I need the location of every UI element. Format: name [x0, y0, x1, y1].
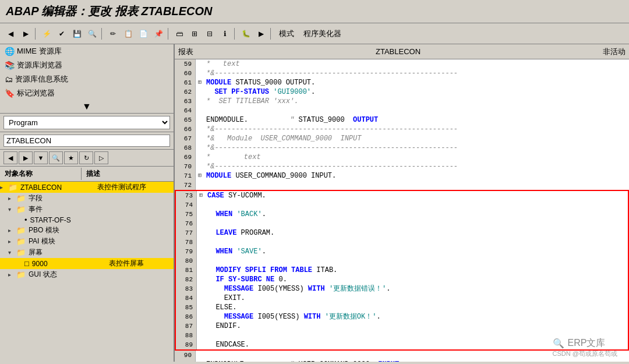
line-number: 89 [176, 340, 197, 349]
left-panel: 🌐 MIME 资源库 📚 资源库浏览器 🗂 资源库信息系统 🔖 标记浏览器 ▼ … [0, 44, 175, 362]
folder-icon: • [24, 215, 27, 224]
line-number: 77 [176, 228, 197, 238]
paste-button[interactable]: 📌 [151, 27, 165, 41]
nav-item-mime[interactable]: 🌐 MIME 资源库 [0, 44, 174, 58]
expand-icon: ▾ [8, 206, 16, 213]
title-bar: ABAP 编辑器：更改 报表 ZTABLECON [0, 0, 629, 23]
program-dropdown[interactable]: Program [3, 116, 170, 129]
tree-item[interactable]: ▸ 📁 GUI 状态 [0, 269, 174, 280]
tree-col-name-header: 对象名称 [0, 168, 82, 180]
tree-item[interactable]: ▸ 📁 ZTABLECON 表控件测试程序 [0, 182, 174, 193]
clipboard-button[interactable]: 📋 [121, 27, 135, 41]
line-content: MESSAGE I005(YMESS) WITH '更新数据错误！'. [205, 284, 628, 294]
nav-search-btn[interactable]: 🔍 [49, 151, 63, 164]
expand-icon: ▸ [8, 227, 16, 234]
forward-button[interactable]: ▶ [19, 27, 33, 41]
line-content: ENDIF. [205, 321, 628, 331]
back-button[interactable]: ◀ [3, 27, 17, 41]
expand-icon: ▾ [8, 249, 16, 256]
tree-item[interactable]: ▾ 📁 事件 [0, 204, 174, 215]
nav-more-btn[interactable]: ▷ [94, 151, 108, 164]
line-content: WHEN 'SAVE'. [205, 247, 628, 256]
nav-filter-btn[interactable]: ▼ [34, 151, 48, 164]
code-line: 69 * text [175, 153, 629, 162]
sep3 [168, 28, 170, 40]
nav-label-library: 资源库浏览器 [17, 60, 62, 70]
line-content: EXIT. [205, 294, 628, 303]
line-content: MODIFY SPFLI FROM TABLE ITAB. [205, 266, 628, 275]
layout-button[interactable]: ⊞ [188, 27, 202, 41]
activate-button[interactable]: ⚡ [40, 27, 54, 41]
nav-refresh-btn[interactable]: ↻ [79, 151, 93, 164]
toolbar: ◀ ▶ ⚡ ✔ 💾 🔍 ✏ 📋 📄 📌 🗃 ⊞ ⊟ ℹ 🐛 ▶ 模式 程序美化器 [0, 23, 629, 44]
line-number: 87 [176, 321, 197, 331]
nav-forward-btn[interactable]: ▶ [19, 151, 33, 164]
line-number: 67 [175, 134, 196, 143]
debug-button[interactable]: 🐛 [239, 27, 253, 41]
line-content: MESSAGE I005(YESS) WITH '更新数据OK！'. [205, 312, 628, 321]
code-line: 64 [175, 106, 629, 115]
line-content: ENDMODULE. " USER_COMMAND_9000 INPUT [204, 360, 629, 362]
save-button[interactable]: 💾 [70, 27, 84, 41]
sep1 [35, 28, 37, 40]
library-icon: 📚 [5, 61, 15, 70]
line-number: 73 [176, 191, 197, 200]
tree-item[interactable]: ▾ 📁 屏幕 [0, 247, 174, 258]
code-editor[interactable]: 59 * text 60 *&-------------------------… [175, 59, 629, 362]
nav-item-bookmark[interactable]: 🔖 标记浏览器 [0, 86, 174, 100]
folder-icon: 📁 [16, 205, 26, 214]
code-line: 79 WHEN 'SAVE'. [175, 247, 629, 256]
folder-icon: 📁 [16, 194, 26, 203]
program-dropdown-section: Program [0, 114, 174, 132]
folder-icon: 📁 [16, 248, 26, 257]
run-button[interactable]: ▶ [254, 27, 268, 41]
code-line: 67 *& Module USER_COMMAND_9000 INPUT [175, 134, 629, 143]
line-number: 63 [175, 97, 196, 106]
collapse-arrow[interactable]: ▼ [0, 100, 174, 114]
tree-col-desc-header: 描述 [82, 168, 105, 180]
mode-button[interactable]: 模式 [275, 27, 298, 41]
line-number: 76 [176, 219, 197, 228]
object-name-input[interactable] [3, 135, 170, 147]
nav-label-mime: MIME 资源库 [17, 46, 62, 56]
code-line: 76 [175, 219, 629, 228]
code-line: 73 ⊞ CASE SY-UCOMM. [175, 190, 629, 200]
line-number: 71 [175, 171, 196, 181]
folder-icon: 📁 [16, 270, 26, 279]
line-expand: ⊞ [196, 171, 204, 181]
main-area: 🌐 MIME 资源库 📚 资源库浏览器 🗂 资源库信息系统 🔖 标记浏览器 ▼ … [0, 44, 629, 362]
watermark-icon: 🔍 [553, 338, 564, 349]
tree-item[interactable]: ▸ 📁 PAI 模块 [0, 236, 174, 247]
structure-button[interactable]: 🗃 [172, 27, 186, 41]
copy-button[interactable]: 📄 [136, 27, 150, 41]
line-content: * text [204, 59, 629, 69]
nav-buttons-row: ◀ ▶ ▼ 🔍 ★ ↻ ▷ [0, 150, 174, 167]
line-content: WHEN 'BACK'. [205, 210, 628, 219]
tree-item-name: START-OF-S [29, 216, 105, 224]
folder-icon: 📁 [16, 226, 26, 235]
nav-item-info[interactable]: 🗂 资源库信息系统 [0, 72, 174, 86]
info-button[interactable]: ℹ [218, 27, 232, 41]
tree-item[interactable]: • START-OF-S [0, 215, 174, 225]
beautify-button[interactable]: 程序美化器 [299, 27, 345, 41]
find-button[interactable]: 🔍 [85, 27, 99, 41]
report-label: 报表 [178, 47, 193, 57]
nav-back-btn[interactable]: ◀ [3, 151, 17, 164]
expand-icon: ▸ [8, 238, 16, 245]
line-number: 84 [176, 294, 197, 303]
line-content: * text [204, 153, 629, 162]
line-content: *&--------------------------------------… [204, 162, 629, 171]
code-line: 82 IF SY-SUBRC NE 0. [175, 275, 629, 284]
grid-button[interactable]: ⊟ [203, 27, 217, 41]
code-line: 72 [175, 181, 629, 190]
check-button[interactable]: ✔ [55, 27, 69, 41]
nav-item-library[interactable]: 📚 资源库浏览器 [0, 58, 174, 72]
edit-button[interactable]: ✏ [106, 27, 120, 41]
line-number: 69 [175, 153, 196, 162]
code-line: 71 ⊞ MODULE USER_COMMAND_9000 INPUT. [175, 171, 629, 181]
nav-star-btn[interactable]: ★ [64, 151, 78, 164]
tree-item[interactable]: □ 9000 表控件屏幕 [0, 258, 174, 269]
expand-icon: ▸ [8, 271, 16, 278]
tree-item[interactable]: ▸ 📁 字段 [0, 193, 174, 204]
tree-item[interactable]: ▸ 📁 PBO 模块 [0, 225, 174, 236]
